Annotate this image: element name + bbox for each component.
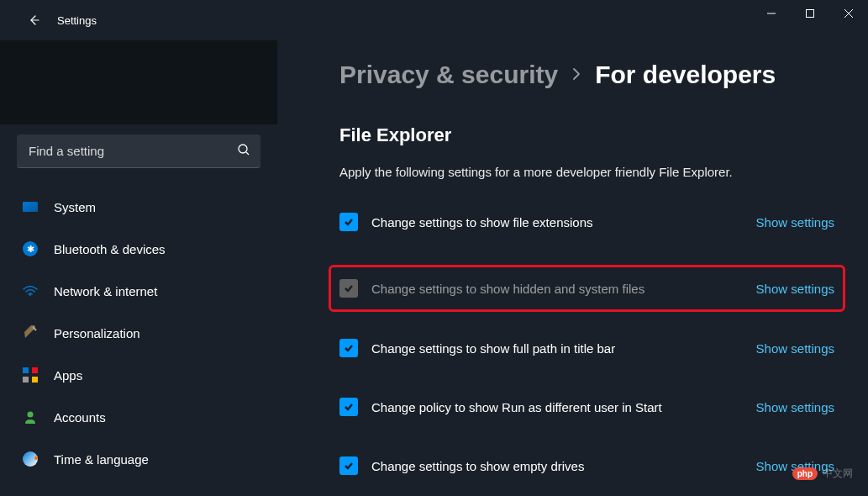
back-arrow-icon	[27, 13, 40, 27]
watermark-badge: php	[792, 467, 818, 480]
setting-row-hidden-files: Change settings to show hidden and syste…	[329, 265, 845, 312]
setting-row-full-path: Change settings to show full path in tit…	[339, 332, 834, 364]
svg-point-7	[28, 412, 34, 418]
show-settings-link[interactable]: Show settings	[756, 341, 834, 356]
sidebar-item-accounts[interactable]: Accounts	[10, 400, 267, 434]
search-icon	[237, 143, 250, 160]
back-button[interactable]	[17, 3, 50, 37]
sidebar-item-personalization[interactable]: Personalization	[10, 316, 267, 350]
check-icon	[343, 282, 355, 294]
system-icon	[22, 198, 39, 215]
sidebar-item-label: Network & internet	[54, 284, 157, 298]
window-controls	[752, 0, 868, 27]
check-icon	[343, 401, 355, 413]
search-box[interactable]	[17, 135, 260, 168]
svg-point-4	[239, 145, 247, 153]
setting-label: Change policy to show Run as different u…	[371, 400, 756, 414]
checkbox-empty-drives[interactable]	[339, 456, 358, 475]
sidebar-item-time[interactable]: Time & language	[10, 442, 267, 476]
show-settings-link[interactable]: Show settings	[756, 282, 834, 296]
close-button[interactable]	[829, 0, 868, 27]
wifi-icon	[22, 282, 39, 299]
chevron-right-icon	[571, 66, 581, 85]
sidebar-item-system[interactable]: System	[10, 190, 267, 224]
checkbox-extensions[interactable]	[339, 213, 358, 231]
user-area	[0, 40, 277, 124]
setting-label: Change settings to show empty drives	[371, 459, 756, 473]
sidebar-item-label: System	[54, 200, 96, 214]
sidebar: System ✱ Bluetooth & devices Network & i…	[0, 40, 277, 496]
search-wrap	[0, 124, 277, 178]
watermark-text: 中文网	[823, 467, 853, 481]
setting-row-extensions: Change settings to show file extensions …	[339, 206, 834, 238]
sidebar-item-network[interactable]: Network & internet	[10, 274, 267, 308]
setting-row-empty-drives: Change settings to show empty drives Sho…	[339, 450, 834, 482]
checkbox-full-path[interactable]	[339, 339, 358, 357]
account-icon	[22, 409, 39, 425]
show-settings-link[interactable]: Show settings	[756, 215, 834, 230]
checkbox-hidden-files[interactable]	[339, 279, 358, 298]
apps-icon	[22, 367, 39, 383]
check-icon	[343, 216, 355, 228]
breadcrumb: Privacy & security For developers	[339, 61, 834, 89]
breadcrumb-parent[interactable]: Privacy & security	[339, 61, 558, 89]
svg-rect-1	[807, 10, 814, 18]
breadcrumb-current: For developers	[595, 61, 776, 89]
check-icon	[343, 460, 355, 472]
nav-list: System ✱ Bluetooth & devices Network & i…	[0, 178, 277, 484]
sidebar-item-label: Personalization	[54, 326, 140, 340]
sidebar-item-label: Apps	[54, 368, 82, 383]
sidebar-item-label: Accounts	[54, 410, 106, 425]
minimize-icon	[767, 9, 776, 18]
window-title: Settings	[57, 14, 97, 27]
content: System ✱ Bluetooth & devices Network & i…	[0, 40, 868, 496]
watermark: php 中文网	[792, 467, 853, 481]
maximize-button[interactable]	[791, 0, 829, 27]
close-icon	[844, 9, 853, 18]
setting-label: Change settings to show full path in tit…	[371, 341, 756, 356]
svg-line-5	[246, 152, 249, 155]
setting-row-run-as-user: Change policy to show Run as different u…	[339, 391, 834, 423]
section-desc: Apply the following settings for a more …	[339, 165, 834, 179]
checkbox-run-as-user[interactable]	[339, 398, 358, 416]
sidebar-item-bluetooth[interactable]: ✱ Bluetooth & devices	[10, 232, 267, 266]
show-settings-link[interactable]: Show settings	[756, 400, 834, 414]
bluetooth-icon: ✱	[22, 240, 39, 257]
sidebar-item-label: Bluetooth & devices	[54, 242, 166, 256]
brush-icon	[22, 325, 39, 341]
minimize-button[interactable]	[752, 0, 791, 27]
titlebar: Settings	[0, 0, 868, 40]
setting-label: Change settings to show file extensions	[371, 215, 756, 230]
main-panel: Privacy & security For developers File E…	[277, 40, 868, 496]
section-title: File Explorer	[339, 124, 834, 146]
clock-icon	[22, 451, 39, 467]
maximize-icon	[806, 9, 814, 18]
sidebar-item-label: Time & language	[54, 452, 149, 467]
sidebar-item-apps[interactable]: Apps	[10, 358, 267, 392]
check-icon	[343, 342, 355, 354]
search-input[interactable]	[17, 135, 260, 167]
setting-label: Change settings to show hidden and syste…	[371, 282, 756, 296]
svg-point-6	[29, 294, 31, 296]
